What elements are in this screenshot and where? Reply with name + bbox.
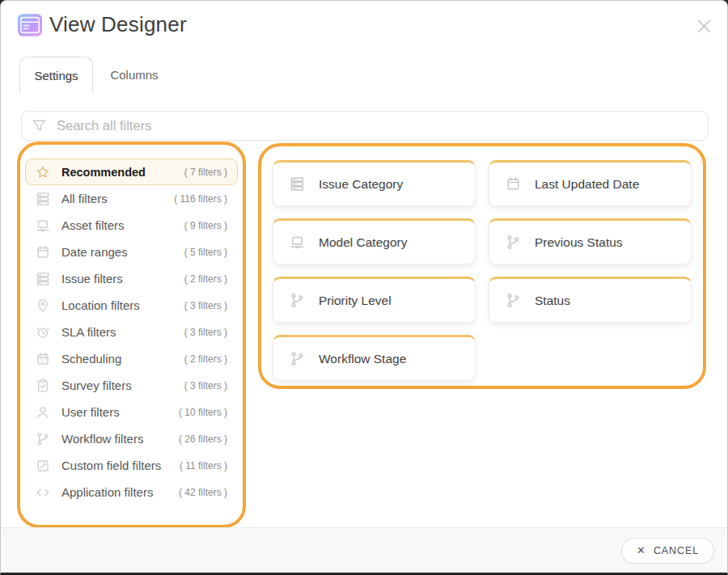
clipboard-check-icon: [36, 378, 50, 393]
sidebar-item-asset-filters[interactable]: Asset filters ( 9 filters ): [25, 212, 238, 239]
laptop-icon: [290, 235, 305, 250]
sidebar-item-recommended[interactable]: Recommended ( 7 filters ): [25, 159, 238, 185]
sidebar-item-label: Survey filters: [61, 378, 132, 392]
cancel-button[interactable]: ✕ CANCEL: [621, 538, 714, 564]
filter-card-label: Workflow Stage: [319, 352, 406, 366]
sidebar-item-label: Location filters: [61, 298, 140, 312]
sidebar-item-count: ( 2 filters ): [184, 273, 227, 285]
branch-icon: [290, 293, 305, 308]
laptop-icon: [36, 218, 50, 233]
filter-card-last-updated-date[interactable]: Last Updated Date: [489, 160, 692, 206]
alarm-icon: [36, 325, 50, 340]
sidebar-item-label: SLA filters: [61, 325, 116, 339]
code-icon: [36, 485, 50, 500]
sidebar-item-label: Issue filters: [61, 272, 123, 285]
filter-funnel-icon: [32, 118, 47, 133]
sidebar-item-all-filters[interactable]: All filters ( 116 filters ): [25, 185, 238, 212]
sidebar-item-label: All filters: [61, 192, 108, 205]
filter-card-label: Issue Category: [319, 177, 403, 192]
sidebar-item-count: ( 3 filters ): [184, 300, 227, 311]
calendar-icon: [506, 176, 521, 192]
calendar-icon: [36, 245, 50, 260]
sidebar-item-survey-filters[interactable]: Survey filters ( 3 filters ): [25, 372, 238, 399]
sidebar-item-count: ( 5 filters ): [184, 247, 227, 258]
cancel-x-icon: ✕: [637, 545, 646, 556]
stack-icon: [290, 176, 305, 192]
sidebar-item-label: Date ranges: [61, 245, 128, 259]
filter-card-label: Status: [535, 294, 570, 308]
sidebar-item-count: ( 3 filters ): [184, 380, 227, 391]
sidebar-item-label: Scheduling: [61, 352, 121, 366]
sidebar-item-label: Asset filters: [61, 218, 125, 232]
sidebar-item-issue-filters[interactable]: Issue filters ( 2 filters ): [25, 265, 238, 292]
filter-card-label: Previous Status: [535, 235, 623, 250]
sidebar-item-count: ( 26 filters ): [179, 433, 227, 445]
branch-icon: [36, 432, 50, 446]
filter-card-status[interactable]: Status: [489, 277, 692, 323]
filter-card-label: Priority Level: [319, 294, 392, 308]
sidebar-item-location-filters[interactable]: Location filters ( 3 filters ): [25, 292, 238, 319]
sidebar-item-count: ( 10 filters ): [179, 407, 227, 418]
sidebar-item-date-ranges[interactable]: Date ranges ( 5 filters ): [25, 239, 238, 265]
sidebar-item-custom-field-filters[interactable]: Custom field filters ( 11 filters ): [25, 452, 238, 479]
pin-icon: [36, 298, 50, 313]
sidebar-item-label: Recommended: [61, 166, 146, 179]
sidebar-item-label: Workflow filters: [61, 432, 143, 446]
filter-card-label: Model Category: [319, 235, 407, 250]
sidebar-item-sla-filters[interactable]: SLA filters ( 3 filters ): [25, 319, 238, 345]
sidebar-item-application-filters[interactable]: Application filters ( 42 filters ): [25, 479, 238, 505]
branch-icon: [290, 351, 305, 366]
footer-bar: ✕ CANCEL: [1, 527, 727, 573]
view-designer-dialog: View Designer Settings Columns Recommend…: [0, 0, 728, 575]
sidebar-item-label: Custom field filters: [61, 459, 161, 472]
close-icon[interactable]: [694, 16, 713, 36]
search-bar: [21, 111, 709, 141]
sidebar-item-user-filters[interactable]: User filters ( 10 filters ): [25, 399, 238, 425]
user-icon: [36, 405, 50, 420]
sidebar-item-count: ( 9 filters ): [184, 220, 227, 231]
sidebar-item-label: User filters: [61, 405, 120, 419]
filter-card-label: Last Updated Date: [535, 177, 639, 192]
dialog-title: View Designer: [49, 12, 187, 37]
branch-icon: [506, 235, 521, 250]
branch-icon: [506, 293, 521, 308]
filter-card-model-category[interactable]: Model Category: [273, 218, 476, 264]
sidebar-item-count: ( 116 filters ): [174, 193, 227, 205]
sidebar-item-scheduling[interactable]: Scheduling ( 2 filters ): [25, 345, 238, 372]
stack-icon: [36, 192, 50, 206]
filter-card-priority-level[interactable]: Priority Level: [273, 277, 476, 323]
sidebar-item-count: ( 11 filters ): [180, 460, 227, 471]
sidebar-item-workflow-filters[interactable]: Workflow filters ( 26 filters ): [25, 425, 238, 452]
search-input[interactable]: [57, 118, 698, 133]
sidebar-item-count: ( 3 filters ): [184, 327, 227, 338]
view-designer-app-icon: [18, 14, 42, 36]
filter-card-workflow-stage[interactable]: Workflow Stage: [273, 335, 476, 381]
stack-icon: [36, 272, 50, 286]
calendar-days-icon: [36, 352, 50, 366]
star-icon: [36, 165, 50, 180]
sidebar-item-count: ( 42 filters ): [179, 487, 227, 498]
sidebar-item-count: ( 7 filters ): [184, 167, 227, 178]
sidebar-item-count: ( 2 filters ): [184, 353, 227, 365]
sidebar-item-label: Application filters: [61, 485, 153, 499]
tab-settings[interactable]: Settings: [19, 57, 93, 93]
pencil-square-icon: [36, 459, 50, 473]
recommended-filters-panel: Issue Category Last Updated Date Model C…: [258, 143, 706, 389]
filter-card-previous-status[interactable]: Previous Status: [489, 218, 692, 264]
filter-category-list: Recommended ( 7 filters ) All filters ( …: [17, 142, 246, 528]
tab-columns[interactable]: Columns: [93, 57, 176, 93]
cancel-label: CANCEL: [654, 545, 699, 556]
filter-card-issue-category[interactable]: Issue Category: [273, 160, 476, 206]
